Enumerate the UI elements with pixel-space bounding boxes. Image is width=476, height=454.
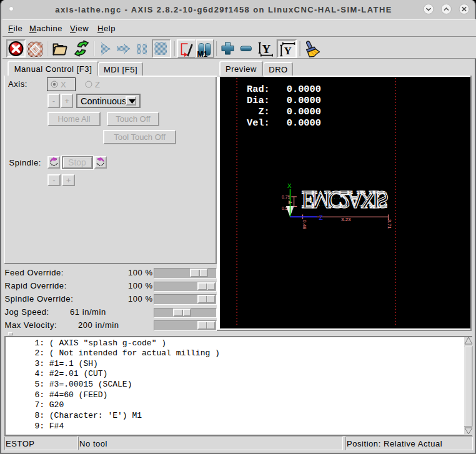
svg-text:0.75: 0.75: [282, 195, 290, 199]
svg-text:Dia:: Dia:: [247, 95, 270, 106]
svg-text:Vel:: Vel:: [247, 117, 270, 129]
svg-text:X: X: [287, 182, 292, 190]
svg-text:M1: M1: [197, 50, 208, 58]
svg-text:Rad:: Rad:: [247, 84, 270, 95]
svg-text:0.0000: 0.0000: [287, 95, 321, 106]
svg-text:Z:: Z:: [258, 106, 269, 117]
svg-text:Y: Y: [284, 45, 292, 57]
svg-text:3.23: 3.23: [341, 217, 351, 222]
svg-text:0.0000: 0.0000: [287, 84, 321, 95]
svg-text:3.71: 3.71: [387, 219, 392, 229]
svg-text:0.0000: 0.0000: [287, 117, 321, 129]
svg-text:Y: Y: [262, 42, 271, 56]
svg-text:0.0000: 0.0000: [287, 106, 321, 117]
svg-text:EMC2 AXIS: EMC2 AXIS: [302, 188, 389, 213]
svg-text:0.48: 0.48: [302, 220, 307, 230]
svg-text:Z: Z: [319, 214, 323, 222]
